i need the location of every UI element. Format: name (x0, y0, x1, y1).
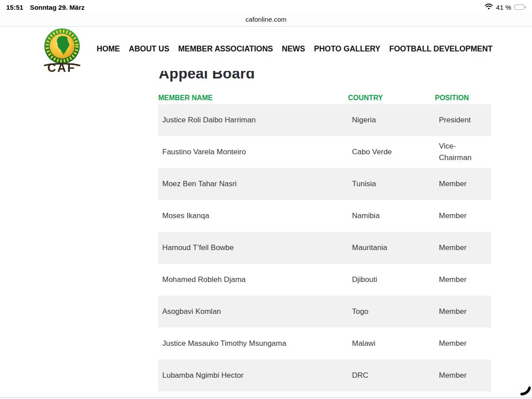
nav-item-member-associations[interactable]: MEMBER ASSOCIATIONS (178, 44, 273, 54)
cell-name: Moez Ben Tahar Nasri (158, 178, 348, 190)
main-nav: HOMEABOUT USMEMBER ASSOCIATIONSNEWSPHOTO… (97, 27, 493, 71)
status-bar: 15:51 Sonntag 29. März 41 % (0, 0, 532, 12)
cell-name: Justice Masauko Timothy Msungama (158, 338, 348, 349)
table-row: Hamoud T’feil BowbeMauritaniaMember (158, 232, 491, 264)
cell-name: Lubamba Ngimbi Hector (158, 370, 348, 381)
cell-position: Member (435, 178, 491, 190)
cell-position: Member (435, 370, 491, 381)
status-left: 15:51 Sonntag 29. März (6, 4, 85, 11)
cell-position: Vice-Chairman (435, 141, 491, 164)
nav-item-football-development[interactable]: FOOTBALL DEVELOPMENT (389, 44, 493, 54)
cell-country: Namibia (348, 210, 435, 222)
cell-position: Member (435, 242, 491, 254)
table-row: Justice Roli Daibo HarrimanNigeriaPresid… (158, 104, 491, 136)
appeal-board-table: MEMBER NAME COUNTRY POSITION Justice Rol… (158, 92, 491, 391)
table-row: Faustino Varela MonteiroCabo VerdeVice-C… (158, 136, 491, 168)
cell-country: Nigeria (348, 114, 435, 126)
cell-country: Djibouti (348, 274, 435, 286)
footer-divider (0, 397, 532, 398)
cell-position: President (435, 114, 491, 126)
wifi-icon (485, 4, 493, 11)
browser-url-bar[interactable]: cafonline.com (0, 12, 532, 27)
table-row: Lubamba Ngimbi HectorDRCMember (158, 360, 491, 391)
site-header: CAF ® HOMEABOUT USMEMBER ASSOCIATIONSNEW… (0, 27, 532, 71)
cell-position: Member (435, 210, 491, 222)
cell-name: Moses Ikanqa (158, 210, 348, 222)
loading-spinner-arc (510, 376, 532, 398)
logo-wordmark: CAF (47, 61, 76, 73)
cell-name: Justice Roli Daibo Harriman (158, 114, 348, 126)
cell-position: Member (435, 306, 491, 317)
cell-position: Member (435, 274, 491, 286)
cell-position: Member (435, 338, 491, 349)
battery-icon (514, 4, 526, 10)
nav-item-about-us[interactable]: ABOUT US (129, 44, 169, 54)
caf-logo[interactable]: CAF ® (42, 27, 82, 73)
nav-item-home[interactable]: HOME (97, 44, 120, 54)
clock: 15:51 (6, 4, 23, 11)
table-body: Justice Roli Daibo HarrimanNigeriaPresid… (158, 104, 491, 391)
table-row: Moses IkanqaNamibiaMember (158, 200, 491, 232)
cell-country: Togo (348, 306, 435, 317)
ipad-safari-screen: 15:51 Sonntag 29. März 41 % cafonline.co… (0, 0, 532, 399)
table-row: Mohamed Robleh DjamaDjiboutiMember (158, 264, 491, 296)
nav-item-news[interactable]: NEWS (282, 44, 305, 54)
column-header-member-name: MEMBER NAME (158, 94, 348, 102)
table-row: Asogbavi KomlanTogoMember (158, 296, 491, 328)
cell-name: Faustino Varela Monteiro (158, 146, 348, 158)
column-header-position: POSITION (435, 94, 491, 102)
cell-country: Cabo Verde (348, 146, 435, 158)
url-text[interactable]: cafonline.com (246, 16, 287, 23)
status-right: 41 % (485, 4, 526, 11)
cell-country: Malawi (348, 338, 435, 349)
page-content: Appeal Board MEMBER NAME COUNTRY POSITIO… (0, 71, 532, 399)
cell-name: Asogbavi Komlan (158, 306, 348, 317)
table-header-row: MEMBER NAME COUNTRY POSITION (158, 92, 491, 104)
table-row: Moez Ben Tahar NasriTunisiaMember (158, 168, 491, 200)
nav-item-photo-gallery[interactable]: PHOTO GALLERY (314, 44, 380, 54)
column-header-country: COUNTRY (348, 94, 435, 102)
status-date: Sonntag 29. März (30, 4, 84, 11)
table-row: Justice Masauko Timothy MsungamaMalawiMe… (158, 328, 491, 360)
cell-name: Mohamed Robleh Djama (158, 274, 348, 286)
cell-name: Hamoud T’feil Bowbe (158, 242, 348, 254)
cell-country: Tunisia (348, 178, 435, 190)
logo-trademark: ® (76, 63, 78, 67)
battery-percent-label: 41 % (496, 4, 511, 11)
cell-country: DRC (348, 370, 435, 381)
cell-country: Mauritania (348, 242, 435, 254)
page-title: Appeal Board (159, 71, 532, 82)
